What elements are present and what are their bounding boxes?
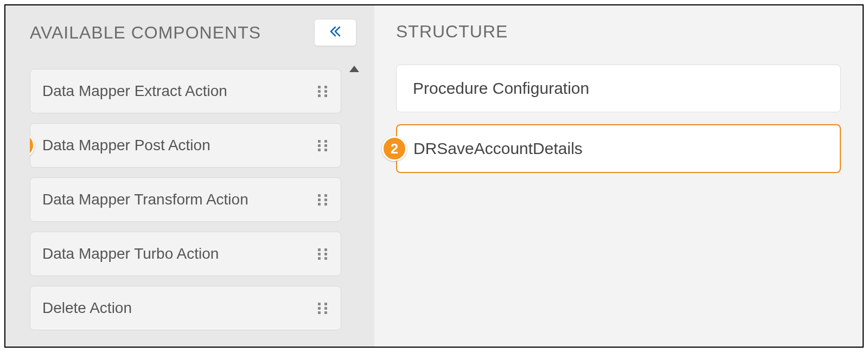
structure-title: STRUCTURE [396,22,841,42]
drag-handle-icon[interactable] [318,248,329,260]
components-scroll-wrap: Data Mapper Extract Action 1 Data Mapper… [30,61,361,347]
drag-handle-icon[interactable] [318,194,329,206]
drag-handle-icon[interactable] [318,303,329,314]
components-list: Data Mapper Extract Action 1 Data Mapper… [30,61,341,347]
component-label: Data Mapper Turbo Action [42,245,219,263]
structure-panel: STRUCTURE Procedure Configuration 2 DRSa… [374,5,863,347]
component-label: Data Mapper Extract Action [42,82,227,100]
component-delete-action[interactable]: Delete Action [30,286,341,330]
component-data-mapper-extract-action[interactable]: Data Mapper Extract Action [30,69,341,113]
component-label: Data Mapper Post Action [42,137,210,154]
drag-handle-icon[interactable] [318,140,329,151]
component-label: Delete Action [42,299,132,317]
structure-item-label: Procedure Configuration [413,79,589,97]
available-components-panel: AVAILABLE COMPONENTS Data Mapper Extract… [5,5,374,347]
app-frame: AVAILABLE COMPONENTS Data Mapper Extract… [4,4,864,348]
structure-item-drsaveaccountdetails[interactable]: 2 DRSaveAccountDetails [396,124,841,173]
drag-handle-icon[interactable] [318,86,329,97]
scroll-up-icon[interactable] [349,66,359,72]
left-panel-header: AVAILABLE COMPONENTS [30,19,361,46]
structure-item-label: DRSaveAccountDetails [413,139,583,157]
collapse-panel-button[interactable] [314,19,356,46]
components-scrollbar[interactable] [348,61,361,347]
callout-badge-2: 2 [382,136,407,161]
available-components-title: AVAILABLE COMPONENTS [30,23,261,43]
component-label: Data Mapper Transform Action [42,191,248,208]
component-data-mapper-transform-action[interactable]: Data Mapper Transform Action [30,177,341,222]
chevron-double-left-icon [329,26,342,39]
component-data-mapper-post-action[interactable]: 1 Data Mapper Post Action [30,123,341,168]
callout-badge-1: 1 [30,133,35,158]
structure-item-procedure-configuration[interactable]: Procedure Configuration [396,65,841,112]
component-data-mapper-turbo-action[interactable]: Data Mapper Turbo Action [30,232,341,276]
